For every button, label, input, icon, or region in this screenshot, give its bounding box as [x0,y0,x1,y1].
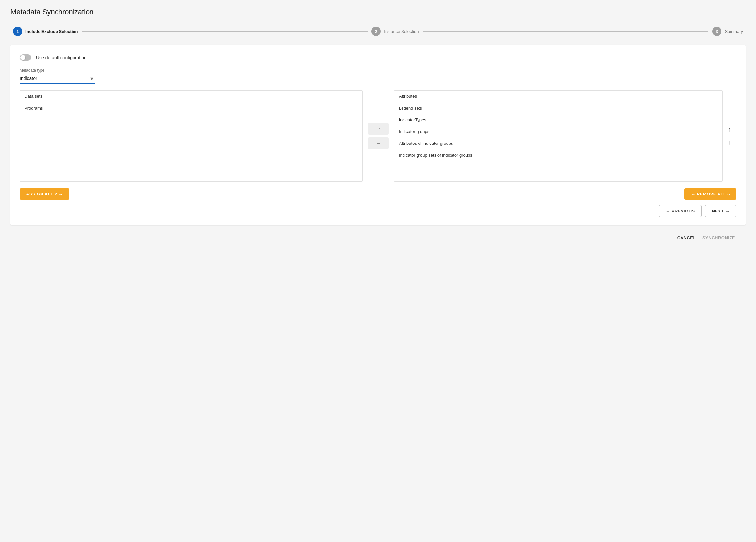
next-button[interactable]: NEXT → [705,205,736,217]
sort-buttons: ↑ ↓ [723,90,736,182]
footer-actions: CANCEL SYNCHRONIZE [10,230,746,245]
step-2-circle: 2 [371,27,381,36]
cancel-button[interactable]: CANCEL [677,235,696,240]
step-2: 2 Instance Selection [371,27,419,36]
nav-row: ← PREVIOUS NEXT → [20,205,736,217]
list-item[interactable]: Data sets [20,90,362,102]
metadata-type-label: Metadata type [20,68,736,73]
synchronize-button[interactable]: SYNCHRONIZE [702,235,735,240]
list-item[interactable]: indicatorTypes [394,114,722,126]
arrow-right-icon: → [376,126,381,132]
list-item[interactable]: Indicator groups [394,126,722,138]
step-2-label: Instance Selection [384,29,419,34]
step-1: 1 Include Exclude Selection [13,27,78,36]
transfer-left-button[interactable]: ← [368,137,389,149]
step-3-label: Summary [725,29,743,34]
right-list-panel: Attributes Legend sets indicatorTypes In… [394,90,723,182]
list-item[interactable]: Programs [20,102,362,114]
previous-label: ← PREVIOUS [666,208,695,213]
arrow-left-icon: ← [376,140,381,146]
step-line-1 [82,31,368,32]
remove-all-label: ← REMOVE ALL 6 [691,191,730,196]
main-card: Use default configuration Metadata type … [10,45,746,225]
page-title: Metadata Synchronization [10,8,746,16]
stepper: 1 Include Exclude Selection 2 Instance S… [10,27,746,36]
next-label: NEXT → [712,208,730,213]
step-1-circle: 1 [13,27,22,36]
list-item[interactable]: Indicator group sets of indicator groups [394,149,722,161]
right-panel-wrapper: Attributes Legend sets indicatorTypes In… [394,90,736,182]
list-item[interactable]: Attributes [394,90,722,102]
default-config-toggle[interactable] [20,54,31,61]
transfer-buttons: → ← [363,90,394,182]
toggle-label: Use default configuration [36,55,87,60]
actions-row: ASSIGN ALL 2 → ← REMOVE ALL 6 [20,188,736,200]
sort-down-button[interactable]: ↓ [727,137,732,147]
step-1-label: Include Exclude Selection [25,29,78,34]
metadata-type-select[interactable]: Indicator Data Set Program Category [20,74,95,84]
left-list-panel: Data sets Programs [20,90,363,182]
assign-all-label: ASSIGN ALL 2 → [26,191,63,196]
assign-all-button[interactable]: ASSIGN ALL 2 → [20,188,69,200]
arrow-down-icon: ↓ [728,139,731,146]
lists-area: Data sets Programs → ← Attributes Legend… [20,90,736,182]
metadata-type-wrapper: Indicator Data Set Program Category ▾ [20,74,95,84]
list-item[interactable]: Attributes of indicator groups [394,138,722,149]
step-3: 3 Summary [712,27,743,36]
list-item[interactable]: Legend sets [394,102,722,114]
toggle-row: Use default configuration [20,54,736,61]
remove-all-button[interactable]: ← REMOVE ALL 6 [684,188,736,200]
step-3-circle: 3 [712,27,721,36]
transfer-right-button[interactable]: → [368,123,389,135]
previous-button[interactable]: ← PREVIOUS [659,205,702,217]
sort-up-button[interactable]: ↑ [727,124,732,135]
arrow-up-icon: ↑ [728,126,731,133]
step-line-2 [423,31,709,32]
